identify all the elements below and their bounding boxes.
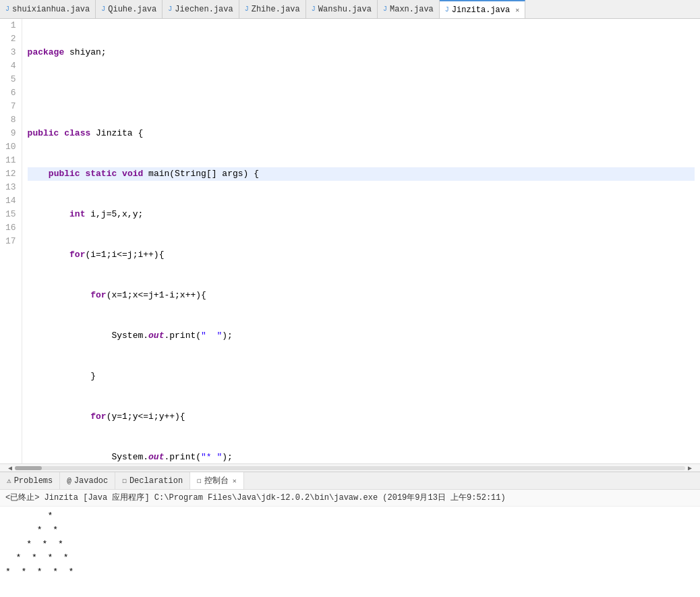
console-icon: ☐ bbox=[197, 476, 202, 485]
tab-label: Zhihe.java bbox=[252, 5, 300, 14]
console-label: 控制台 bbox=[204, 475, 229, 486]
scroll-right-icon[interactable]: ▶ bbox=[685, 464, 695, 472]
tab-label: Qiuhe.java bbox=[108, 5, 156, 14]
scrollbar-thumb[interactable] bbox=[15, 466, 42, 470]
tab-wanshu[interactable]: J Wanshu.java bbox=[306, 0, 378, 19]
code-line-2 bbox=[28, 86, 695, 100]
java-file-icon: J bbox=[383, 5, 387, 13]
console-area: <已终止> Jinzita [Java 应用程序] C:\Program Fil… bbox=[0, 489, 700, 597]
line-numbers: 1 2 3 4 5 6 7 8 9 10 11 12 13 14 15 16 1… bbox=[0, 19, 22, 463]
code-line-1: package shiyan; bbox=[28, 46, 695, 59]
java-file-icon: J bbox=[168, 5, 172, 13]
tab-bar: J shuixianhua.java J Qiuhe.java J Jieche… bbox=[0, 0, 700, 19]
tab-label: Wanshu.java bbox=[318, 5, 372, 14]
code-line-8: System.out.print(" "); bbox=[28, 329, 695, 343]
console-line-5: * * * * * bbox=[5, 565, 695, 579]
tab-label: Jinzita.java bbox=[452, 5, 510, 15]
problems-icon: ⚠ bbox=[7, 476, 11, 485]
code-line-11: System.out.print("* "); bbox=[28, 451, 695, 463]
tab-jiechen[interactable]: J Jiechen.java bbox=[163, 0, 239, 19]
bottom-panel-tabs: ⚠ Problems @ Javadoc ☐ Declaration ☐ 控制台… bbox=[0, 472, 700, 489]
code-line-3: public class Jinzita { bbox=[28, 127, 695, 140]
horizontal-scrollbar[interactable]: ◀ ▶ bbox=[0, 463, 700, 472]
console-close-icon[interactable]: ✕ bbox=[233, 477, 237, 485]
console-output: * * * * * * * * * * * * * * * bbox=[0, 507, 700, 582]
code-line-10: for(y=1;y<=i;y++){ bbox=[28, 410, 695, 424]
javadoc-icon: @ bbox=[67, 477, 71, 485]
console-line-3: * * * bbox=[5, 538, 695, 552]
code-line-4: public static void main(String[] args) { bbox=[28, 167, 695, 181]
code-editor[interactable]: package shiyan; public class Jinzita { p… bbox=[22, 19, 700, 463]
java-file-icon: J bbox=[5, 5, 9, 13]
code-line-6: for(i=1;i<=j;i++){ bbox=[28, 248, 695, 262]
tab-label: Maxn.java bbox=[390, 5, 434, 14]
java-file-icon: J bbox=[101, 5, 105, 13]
java-file-icon: J bbox=[245, 5, 249, 13]
tab-problems[interactable]: ⚠ Problems bbox=[0, 472, 60, 490]
declaration-label: Declaration bbox=[129, 476, 183, 486]
java-file-icon: J bbox=[445, 6, 449, 13]
tab-qiuhe[interactable]: J Qiuhe.java bbox=[96, 0, 163, 19]
tab-maxn[interactable]: J Maxn.java bbox=[378, 0, 440, 19]
tab-label: Jiechen.java bbox=[175, 5, 233, 14]
console-header: <已终止> Jinzita [Java 应用程序] C:\Program Fil… bbox=[0, 490, 700, 507]
tab-close-icon[interactable]: ✕ bbox=[515, 6, 519, 14]
declaration-icon: ☐ bbox=[122, 476, 127, 485]
java-file-icon: J bbox=[312, 5, 316, 13]
code-container[interactable]: 1 2 3 4 5 6 7 8 9 10 11 12 13 14 15 16 1… bbox=[0, 19, 700, 463]
tab-javadoc[interactable]: @ Javadoc bbox=[60, 472, 115, 490]
console-line-4: * * * * bbox=[5, 551, 695, 565]
tab-console[interactable]: ☐ 控制台 ✕ bbox=[190, 472, 244, 490]
tab-jinzita[interactable]: J Jinzita.java ✕ bbox=[440, 0, 525, 19]
scroll-left-icon[interactable]: ◀ bbox=[5, 464, 15, 472]
tab-declaration[interactable]: ☐ Declaration bbox=[115, 472, 190, 490]
scrollbar-track[interactable] bbox=[15, 466, 685, 470]
console-line-1: * bbox=[5, 509, 695, 523]
code-line-9: } bbox=[28, 370, 695, 383]
editor-area: 1 2 3 4 5 6 7 8 9 10 11 12 13 14 15 16 1… bbox=[0, 19, 700, 472]
console-line-2: * * bbox=[5, 523, 695, 538]
tab-zhihe[interactable]: J Zhihe.java bbox=[239, 0, 306, 19]
code-line-7: for(x=1;x<=j+1-i;x++){ bbox=[28, 289, 695, 302]
code-line-5: int i,j=5,x,y; bbox=[28, 208, 695, 221]
tab-label: shuixianhua.java bbox=[12, 5, 90, 14]
tab-shuixianhua[interactable]: J shuixianhua.java bbox=[0, 0, 96, 19]
javadoc-label: Javadoc bbox=[74, 476, 108, 486]
problems-label: Problems bbox=[14, 476, 53, 486]
